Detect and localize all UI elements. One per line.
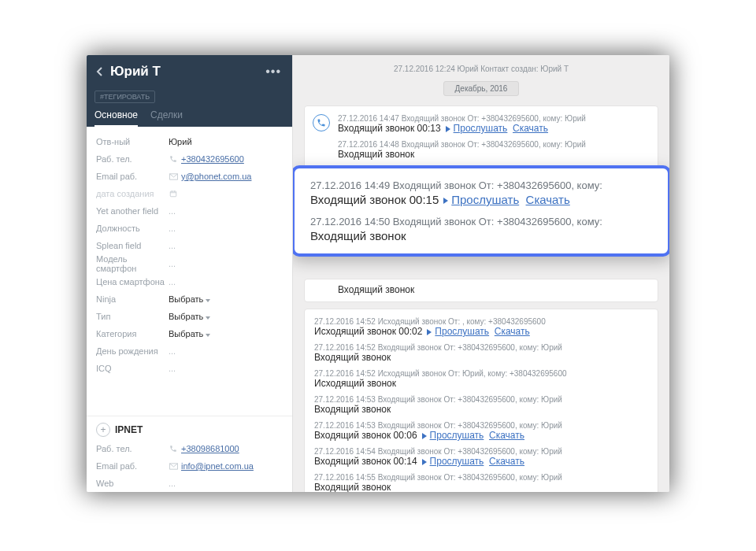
- more-menu-button[interactable]: •••: [265, 65, 284, 79]
- field-row: Yet another field...: [96, 202, 283, 220]
- call-title: Входящий звонок: [314, 482, 648, 492]
- tag-button[interactable]: #ТЕГИРОВАТЬ: [94, 91, 155, 103]
- play-icon[interactable]: [427, 329, 432, 335]
- field-row: Email раб.info@ipnet.com.ua: [96, 457, 283, 475]
- field-label: Splean field: [96, 241, 169, 250]
- call-entry: 27.12.2016 14:52 Исходящий звонок От: Юр…: [314, 369, 648, 389]
- field-label: Email раб.: [96, 172, 169, 181]
- chevron-down-icon: [206, 294, 210, 304]
- field-row: ICQ...: [96, 360, 283, 377]
- listen-link[interactable]: Прослушать: [454, 123, 508, 134]
- field-label: Цена смартфона: [96, 277, 169, 287]
- call-card-partial: Входящий звонок: [304, 279, 658, 302]
- call-title: Входящий звонок: [314, 352, 648, 363]
- field-label: дата создания: [96, 189, 169, 198]
- call-meta: 27.12.2016 14:47 Входящий звонок От: +38…: [338, 114, 648, 123]
- call-meta: 27.12.2016 14:54 Входящий звонок От: +38…: [314, 447, 648, 456]
- back-button[interactable]: [94, 66, 106, 77]
- call-entry: 27.12.2016 14:53 Входящий звонок От: +38…: [314, 421, 648, 441]
- select-trigger[interactable]: Выбрать: [169, 294, 210, 304]
- company-block: + IPNET Раб. тел.+38098681000Email раб.i…: [87, 416, 292, 492]
- tab-deals[interactable]: Сделки: [150, 109, 183, 127]
- field-value[interactable]: ...: [169, 364, 283, 373]
- crm-window: Юрий Т ••• #ТЕГИРОВАТЬ Основное Сделки О…: [87, 55, 669, 492]
- select-trigger[interactable]: Выбрать: [169, 329, 210, 338]
- field-row: ТипВыбрать: [96, 308, 283, 325]
- call-title: Исходящий звонок 00:02Прослушать Скачать: [314, 326, 648, 337]
- download-link[interactable]: Скачать: [495, 326, 530, 337]
- call-entry: 27.12.2016 14:49 Входящий звонок От: +38…: [310, 179, 652, 206]
- month-badge: Декабрь, 2016: [443, 81, 520, 96]
- call-entry: 27.12.2016 14:55 Входящий звонок От: +38…: [314, 473, 648, 492]
- field-label: Модель смартфон: [96, 254, 169, 273]
- call-meta: 27.12.2016 14:48 Входящий звонок От: +38…: [338, 140, 648, 149]
- field-value[interactable]: [169, 189, 283, 198]
- chevron-down-icon: [206, 329, 210, 338]
- calendar-icon: [169, 189, 178, 198]
- field-label: Email раб.: [96, 461, 169, 471]
- call-entry: 27.12.2016 14:53 Входящий звонок От: +38…: [314, 395, 648, 415]
- call-title: Входящий звонок: [310, 229, 652, 242]
- field-label: Раб. тел.: [96, 444, 169, 453]
- phone-icon: [313, 114, 330, 131]
- field-label: Раб. тел.: [96, 154, 169, 164]
- play-icon[interactable]: [446, 126, 450, 132]
- field-row: Splean field...: [96, 237, 283, 254]
- highlighted-call-card: 27.12.2016 14:49 Входящий звонок От: +38…: [293, 165, 669, 257]
- field-value[interactable]: info@ipnet.com.ua: [169, 461, 283, 471]
- contact-header: Юрий Т ••• #ТЕГИРОВАТЬ Основное Сделки: [87, 55, 292, 127]
- field-value[interactable]: Выбрать: [169, 312, 283, 321]
- timeline-scroll[interactable]: 27.12.2016 12:24 Юрий Контакт создан: Юр…: [293, 55, 669, 492]
- call-card: 27.12.2016 14:47 Входящий звонок От: +38…: [304, 105, 658, 168]
- field-label: ICQ: [96, 364, 169, 373]
- field-value[interactable]: ...: [169, 206, 283, 216]
- download-link[interactable]: Скачать: [526, 193, 570, 206]
- call-meta: 27.12.2016 14:53 Входящий звонок От: +38…: [314, 395, 648, 404]
- play-icon[interactable]: [422, 433, 427, 439]
- field-value[interactable]: ...: [169, 224, 283, 233]
- call-meta: 27.12.2016 14:53 Входящий звонок От: +38…: [314, 421, 648, 430]
- play-icon[interactable]: [422, 459, 427, 465]
- field-row: Модель смартфон...: [96, 254, 283, 273]
- play-icon[interactable]: [443, 198, 448, 204]
- call-entry: 27.12.2016 14:52 Входящий звонок От: +38…: [314, 343, 648, 363]
- creation-info: 27.12.2016 12:24 Юрий Контакт создан: Юр…: [304, 65, 658, 73]
- select-trigger[interactable]: Выбрать: [169, 312, 210, 321]
- listen-link[interactable]: Прослушать: [430, 456, 484, 467]
- field-value[interactable]: ...: [169, 259, 283, 268]
- download-link[interactable]: Скачать: [513, 123, 548, 134]
- listen-link[interactable]: Прослушать: [430, 430, 484, 441]
- field-value[interactable]: +380432695600: [169, 154, 283, 164]
- field-row: NinjaВыбрать: [96, 290, 283, 308]
- field-row: Раб. тел.+380432695600: [96, 150, 283, 168]
- svg-rect-0: [170, 191, 176, 197]
- listen-link[interactable]: Прослушать: [435, 326, 489, 337]
- listen-link[interactable]: Прослушать: [451, 193, 519, 206]
- field-row: День рождения...: [96, 342, 283, 360]
- call-title: Входящий звонок: [338, 149, 648, 160]
- field-value[interactable]: y@phonet.com.ua: [169, 172, 283, 181]
- add-company-button[interactable]: +: [96, 423, 110, 437]
- field-value[interactable]: Выбрать: [169, 329, 283, 338]
- tab-main[interactable]: Основное: [94, 109, 138, 127]
- field-value[interactable]: ...: [169, 241, 283, 250]
- field-row: Раб. тел.+38098681000: [96, 440, 283, 457]
- phone-icon: [169, 154, 178, 164]
- call-title: Входящий звонок 00:13Прослушать Скачать: [338, 123, 648, 134]
- call-meta: 27.12.2016 14:52 Входящий звонок От: +38…: [314, 343, 648, 352]
- field-value[interactable]: +38098681000: [169, 444, 283, 453]
- field-value[interactable]: ...: [169, 277, 283, 287]
- field-value[interactable]: ...: [169, 479, 283, 488]
- download-link[interactable]: Скачать: [489, 430, 524, 441]
- field-value: Юрий: [169, 137, 283, 146]
- call-title: Входящий звонок 00:06Прослушать Скачать: [314, 430, 648, 441]
- call-title: Входящий звонок: [338, 284, 648, 295]
- company-name: IPNET: [115, 424, 143, 435]
- mail-icon: [169, 172, 178, 181]
- download-link[interactable]: Скачать: [489, 456, 524, 467]
- call-meta: 27.12.2016 14:50 Входящий звонок От: +38…: [310, 216, 652, 227]
- field-value[interactable]: Выбрать: [169, 294, 283, 304]
- call-entry: 27.12.2016 14:54 Входящий звонок От: +38…: [314, 447, 648, 467]
- field-label: Категория: [96, 329, 169, 338]
- field-value[interactable]: ...: [169, 346, 283, 356]
